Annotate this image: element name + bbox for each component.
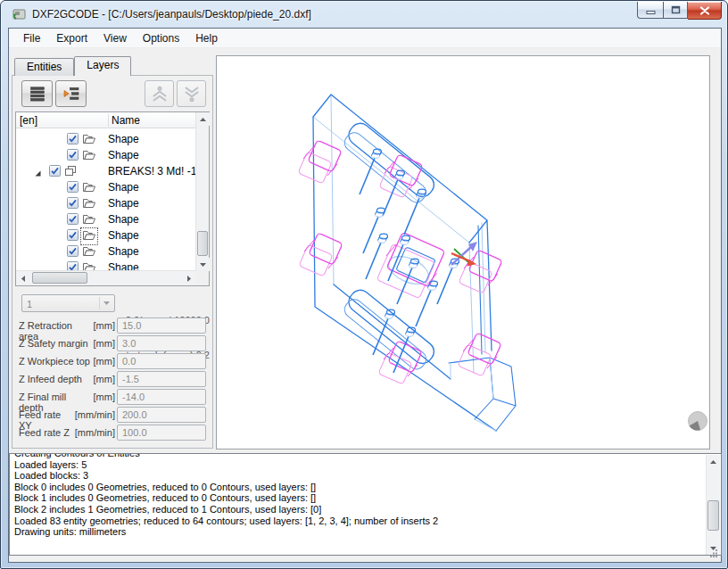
menu-options[interactable]: Options [135, 29, 187, 47]
tree-rows: ShapeShapeBREAKS! 3 Md! -14ShapeShapeSha… [16, 128, 195, 270]
tree-row[interactable]: Shape [16, 211, 195, 227]
tree-row[interactable]: Shape [16, 179, 195, 195]
layer-checkbox[interactable] [67, 213, 79, 227]
layer-checkbox[interactable] [67, 149, 79, 163]
column-header-name: Name [112, 114, 140, 127]
tree-vertical-scrollbar[interactable] [195, 112, 209, 271]
shape-folder-icon [82, 197, 96, 209]
scroll-left-arrow[interactable] [16, 271, 29, 285]
scroll-right-arrow[interactable] [182, 271, 195, 285]
checkbox-icon [67, 229, 79, 241]
scroll-up-arrow[interactable] [707, 455, 720, 468]
menu-export[interactable]: Export [48, 29, 95, 47]
layers-tree: [en] Name ShapeShapeBREAKS! 3 Md! -14Sha… [15, 111, 210, 286]
orbit-control-button[interactable] [689, 412, 707, 431]
tree-row[interactable]: Shape [16, 147, 195, 163]
log-line: Drawing units: millimeters [14, 526, 701, 538]
log-line: Block 2 includes 1 Geometries, reduced t… [14, 504, 701, 515]
checkbox-icon [49, 165, 61, 177]
tab-layers[interactable]: Layers [74, 56, 131, 76]
tree-horizontal-scrollbar[interactable] [16, 270, 195, 285]
scroll-thumb[interactable] [32, 272, 87, 284]
expander-icon[interactable] [34, 169, 42, 177]
tool-number-select[interactable]: 1 [21, 294, 115, 312]
move-up-button[interactable] [145, 80, 174, 107]
shape-folder-icon [82, 261, 96, 270]
log-line: Block 0 includes 0 Geometries, reduced t… [14, 482, 701, 493]
layer-checkbox[interactable] [67, 261, 79, 270]
maximize-icon [671, 5, 681, 14]
arrow-down-icon [183, 86, 201, 103]
field-input[interactable]: 0.0 [117, 353, 206, 369]
field-input[interactable]: 15.0 [117, 317, 206, 334]
log-lines: Creating Contours of EntitiesLoaded laye… [14, 453, 701, 538]
collapse-tree-button[interactable] [21, 80, 53, 107]
folder-icon [82, 181, 96, 195]
log-line: Loaded blocks: 3 [14, 470, 701, 482]
menu-view[interactable]: View [95, 29, 135, 47]
parameter-row: Feed rate Z[mm/min]100.0 [12, 425, 212, 442]
flat-list-icon [29, 86, 46, 102]
maximize-button[interactable] [663, 2, 688, 19]
scroll-down-arrow[interactable] [196, 258, 210, 271]
row-label: Shape [108, 245, 139, 258]
layers-icon [64, 165, 77, 179]
expand-tree-button[interactable] [55, 80, 87, 107]
expander[interactable] [34, 168, 42, 180]
menu-help[interactable]: Help [187, 29, 226, 47]
tab-entities[interactable]: Entities [14, 58, 74, 76]
tree-row[interactable]: BREAKS! 3 Md! -14 [16, 163, 195, 179]
checkbox-icon [67, 213, 79, 225]
field-unit: [mm] [94, 374, 115, 384]
sidebar-tabs: EntitiesLayers [14, 56, 131, 76]
checkbox-icon [67, 245, 79, 257]
checkbox-icon [67, 149, 79, 161]
field-input[interactable]: -14.0 [117, 389, 206, 405]
layer-checkbox[interactable] [67, 197, 79, 211]
row-label: BREAKS! 3 Md! -14 [108, 165, 195, 177]
resize-grip-icon [708, 548, 718, 557]
chevron-down-icon [99, 297, 112, 309]
parameter-row: Feed rate XY[mm/min]200.0 [12, 407, 212, 425]
field-input[interactable]: 200.0 [117, 407, 206, 423]
minimize-button[interactable] [637, 2, 663, 19]
arrow-up-icon [151, 86, 169, 103]
layer-checkbox[interactable] [67, 181, 79, 195]
scroll-up-arrow[interactable] [196, 112, 210, 126]
scroll-thumb[interactable] [707, 500, 719, 531]
checkbox-icon [67, 197, 79, 209]
tree-row[interactable]: Shape [16, 227, 195, 243]
field-label: Z Workpiece top [19, 356, 90, 367]
tree-row[interactable]: Shape [16, 131, 195, 147]
row-label: Shape [108, 133, 139, 145]
menu-file[interactable]: File [15, 29, 48, 47]
layer-checkbox[interactable] [67, 133, 79, 147]
layers-panel: [en] Name ShapeShapeBREAKS! 3 Md! -14Sha… [12, 75, 213, 449]
close-button[interactable] [688, 2, 722, 20]
row-label: Shape [108, 181, 139, 194]
field-input[interactable]: 3.0 [117, 335, 206, 351]
layer-checkbox[interactable] [49, 165, 61, 179]
parameter-row: Z Infeed depth[mm]-1.5 [12, 371, 212, 389]
resize-grip[interactable] [708, 545, 718, 561]
tree-row[interactable]: Shape [16, 243, 195, 260]
cad-canvas[interactable] [216, 55, 710, 449]
move-down-button[interactable] [177, 80, 206, 107]
layer-checkbox[interactable] [67, 245, 79, 260]
log-vertical-scrollbar[interactable] [706, 455, 720, 555]
row-label: Shape [108, 197, 139, 210]
layer-checkbox[interactable] [67, 229, 79, 243]
checkbox-icon [67, 181, 79, 193]
tree-row[interactable]: Shape [16, 195, 195, 211]
column-header-en: [en] [20, 114, 37, 127]
field-input[interactable]: 100.0 [117, 425, 206, 441]
tree-row[interactable]: Shape [16, 260, 195, 270]
titlebar[interactable]: DXF2GCODE - [C:/Users/jeanpauls/Desktop/… [1, 1, 727, 28]
scroll-thumb[interactable] [197, 231, 208, 256]
message-log[interactable]: Creating Contours of EntitiesLoaded laye… [9, 453, 722, 556]
field-input[interactable]: -1.5 [117, 371, 206, 387]
tree-header: [en] Name [16, 112, 195, 128]
field-label: Z Safety margin [19, 338, 88, 349]
menubar: FileExportViewOptionsHelp [9, 29, 721, 48]
row-label: Shape [108, 149, 139, 161]
